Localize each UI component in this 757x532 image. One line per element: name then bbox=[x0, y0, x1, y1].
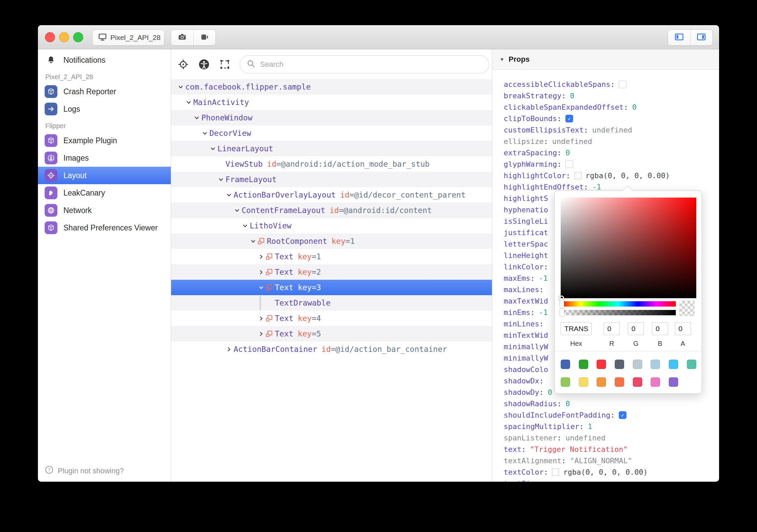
tree-node-decorview[interactable]: DecorView bbox=[171, 125, 492, 141]
sidebar-item-crash-reporter[interactable]: Crash Reporter bbox=[38, 83, 171, 100]
sidebar-item-label: Images bbox=[63, 154, 89, 163]
screen-record-button[interactable] bbox=[193, 30, 216, 45]
prop-name: shouldIncludeFontPadding bbox=[504, 411, 610, 419]
accessibility-icon[interactable] bbox=[198, 58, 210, 70]
tree-node-textdrawable[interactable]: TextDrawable bbox=[171, 295, 492, 311]
chevron-down-icon[interactable] bbox=[242, 223, 250, 229]
minimize-button[interactable] bbox=[59, 32, 69, 42]
color-swatch[interactable] bbox=[561, 360, 570, 369]
tree-node-contentframelayout[interactable]: ContentFrameLayoutid=@android:id/content bbox=[171, 203, 492, 218]
panel-toggle-group bbox=[668, 30, 713, 46]
color-swatch[interactable] bbox=[561, 377, 570, 387]
tree-node-viewstub[interactable]: ViewStubid=@android:id/action_mode_bar_s… bbox=[171, 156, 492, 172]
prop-checkbox[interactable]: ✓ bbox=[619, 411, 626, 419]
tree-node-framelayout[interactable]: FrameLayout bbox=[171, 172, 492, 187]
props-header[interactable]: ▼ Props bbox=[492, 49, 719, 70]
tree-node-text[interactable]: Textkey=2 bbox=[171, 264, 492, 280]
chevron-right-icon[interactable] bbox=[258, 331, 266, 337]
tree-node-text[interactable]: Textkey=1 bbox=[171, 249, 492, 264]
chevron-down-icon[interactable] bbox=[210, 146, 217, 152]
prop-checkbox[interactable] bbox=[619, 81, 626, 88]
blue-input[interactable] bbox=[652, 322, 668, 335]
color-swatch[interactable] bbox=[651, 377, 660, 387]
color-swatch[interactable] bbox=[579, 377, 588, 387]
hue-slider[interactable] bbox=[561, 301, 676, 307]
color-preview-swatch bbox=[679, 301, 695, 316]
tree-node-text[interactable]: Textkey=3 bbox=[171, 280, 492, 295]
tree-node-phonewindow[interactable]: PhoneWindow bbox=[171, 110, 492, 125]
hex-input[interactable] bbox=[561, 322, 592, 335]
color-swatch[interactable] bbox=[615, 360, 624, 369]
prop-color-swatch[interactable] bbox=[552, 469, 559, 476]
prop-color-swatch[interactable] bbox=[574, 172, 582, 179]
device-selector-button[interactable]: Pixel_2_API_28 bbox=[92, 30, 164, 46]
tree-node-actionbaroverlaylayout[interactable]: ActionBarOverlayLayoutid=@id/decor_conte… bbox=[171, 187, 492, 203]
sidebar-item-network[interactable]: Network bbox=[38, 202, 171, 219]
chevron-right-icon[interactable] bbox=[226, 347, 234, 352]
sidebar-item-example-plugin[interactable]: Example Plugin bbox=[38, 132, 171, 149]
alpha-input[interactable] bbox=[675, 322, 691, 335]
sidebar-item-shared-preferences-viewer[interactable]: Shared Preferences Viewer bbox=[38, 219, 171, 236]
color-swatch[interactable] bbox=[669, 360, 678, 369]
sidebar-item-label: LeakCanary bbox=[63, 189, 105, 198]
screenshot-button[interactable] bbox=[171, 30, 193, 45]
sidebar-item-images[interactable]: Images bbox=[38, 149, 171, 167]
chevron-down-icon[interactable] bbox=[234, 208, 242, 213]
prop-checkbox[interactable]: ✓ bbox=[565, 115, 573, 122]
sidebar-item-notifications[interactable]: Notifications bbox=[38, 51, 171, 69]
color-swatch[interactable] bbox=[669, 377, 678, 387]
close-button[interactable] bbox=[45, 32, 55, 42]
chevron-down-icon[interactable] bbox=[178, 84, 185, 90]
tree-node-linearlayout[interactable]: LinearLayout bbox=[171, 141, 492, 156]
chevron-right-icon[interactable] bbox=[258, 254, 266, 260]
alpha-handle[interactable] bbox=[560, 309, 564, 316]
chevron-down-icon[interactable] bbox=[186, 100, 193, 105]
red-input[interactable] bbox=[604, 322, 620, 335]
tree-node-mainactivity[interactable]: MainActivity bbox=[171, 95, 492, 110]
color-swatch[interactable] bbox=[633, 360, 642, 369]
chevron-down-icon[interactable] bbox=[202, 130, 209, 136]
chevron-down-icon[interactable] bbox=[226, 192, 234, 198]
color-swatch[interactable] bbox=[597, 377, 606, 387]
color-swatch[interactable] bbox=[651, 360, 660, 369]
tree-node-label: Text bbox=[275, 314, 293, 323]
toggle-left-panel-button[interactable] bbox=[668, 30, 690, 45]
prop-value: 0 bbox=[632, 103, 637, 111]
chevron-down-icon[interactable] bbox=[218, 177, 225, 182]
hue-handle[interactable] bbox=[560, 300, 564, 308]
tree-node-label: DecorView bbox=[209, 129, 251, 138]
tree-node-text[interactable]: Textkey=4 bbox=[171, 311, 492, 326]
green-input[interactable] bbox=[628, 322, 644, 335]
sidebar-item-leakcanary[interactable]: LeakCanary bbox=[38, 184, 171, 202]
child-pipe bbox=[258, 296, 266, 310]
toggle-right-panel-button[interactable] bbox=[690, 30, 713, 45]
color-swatch[interactable] bbox=[615, 377, 624, 387]
select-area-icon[interactable] bbox=[219, 58, 231, 70]
color-swatch[interactable] bbox=[633, 377, 642, 387]
tree-node-label: Text bbox=[275, 268, 293, 276]
chevron-down-icon[interactable] bbox=[194, 115, 201, 121]
tree-node-text[interactable]: Textkey=5 bbox=[171, 326, 492, 341]
prop-checkbox[interactable] bbox=[565, 160, 573, 168]
tree-node-actionbarcontainer[interactable]: ActionBarContainerid=@id/action_bar_cont… bbox=[171, 341, 492, 357]
tree-node-com-facebook-flipper-sample[interactable]: com.facebook.flipper.sample bbox=[171, 79, 492, 95]
zoom-button[interactable] bbox=[73, 32, 83, 42]
chevron-right-icon[interactable] bbox=[258, 269, 266, 275]
sidebar-item-logs[interactable]: Logs bbox=[38, 100, 171, 118]
tree-node-lithoview[interactable]: LithoView bbox=[171, 218, 492, 233]
sidebar-item-layout[interactable]: Layout bbox=[38, 167, 171, 184]
chevron-right-icon[interactable] bbox=[258, 316, 266, 321]
color-swatch[interactable] bbox=[687, 360, 696, 369]
plugin-help-link[interactable]: ? Plugin not showing? bbox=[45, 465, 124, 476]
color-swatch[interactable] bbox=[579, 360, 588, 369]
alpha-slider[interactable] bbox=[561, 310, 676, 315]
color-swatch[interactable] bbox=[597, 360, 606, 369]
tree-node-rootcomponent[interactable]: RootComponentkey=1 bbox=[171, 233, 492, 249]
saturation-handle[interactable] bbox=[559, 296, 564, 301]
saturation-brightness-field[interactable] bbox=[561, 198, 696, 298]
crosshair-icon[interactable] bbox=[177, 58, 189, 70]
bird-icon bbox=[45, 187, 57, 199]
chevron-down-icon[interactable] bbox=[250, 238, 258, 244]
chevron-down-icon[interactable] bbox=[258, 285, 266, 290]
search-input[interactable] bbox=[260, 60, 483, 69]
